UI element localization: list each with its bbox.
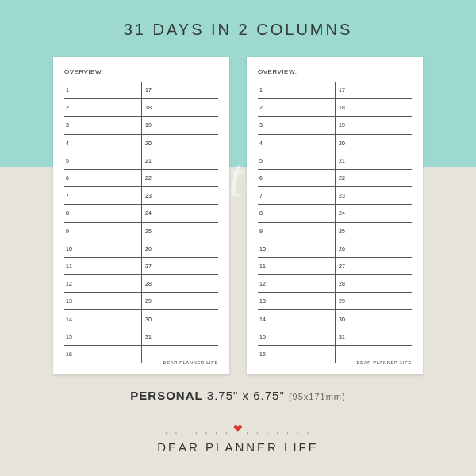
day-cell: 8	[258, 205, 335, 222]
day-cell: 18	[141, 99, 218, 117]
brand-name: DEAR PLANNER LIFE	[0, 440, 476, 454]
day-grid: 12345678910111213141516 1718192021222324…	[64, 82, 218, 363]
day-cell: 9	[258, 223, 335, 240]
day-cell: 14	[64, 310, 141, 328]
day-cell: 6	[258, 170, 335, 187]
overview-label: OVERVIEW:	[258, 68, 412, 79]
day-cell: 11	[64, 258, 141, 275]
day-cell: 18	[335, 99, 412, 117]
day-cell: 3	[64, 117, 141, 134]
page-preview-container: OVERVIEW: 12345678910111213141516 171819…	[0, 57, 476, 374]
overview-label: OVERVIEW:	[64, 68, 218, 79]
day-cell: 25	[335, 223, 412, 240]
day-cell: 5	[258, 152, 335, 170]
day-cell: 19	[141, 117, 218, 134]
day-cell: 21	[141, 152, 218, 170]
day-cell: 21	[335, 152, 412, 170]
day-cell: 28	[141, 275, 218, 293]
size-dimensions: 3.75" x 6.75"	[207, 389, 285, 402]
day-cell: 29	[141, 293, 218, 310]
day-cell: 15	[64, 328, 141, 346]
day-cell: 20	[335, 135, 412, 152]
day-cell: 26	[141, 240, 218, 258]
decorative-divider: . . . . . . . ❤ . . . . . . .	[0, 424, 476, 437]
day-cell: 13	[64, 293, 141, 310]
day-cell: 31	[141, 328, 218, 346]
day-cell: 20	[141, 135, 218, 152]
planner-page-right: OVERVIEW: 12345678910111213141516 171819…	[247, 57, 423, 374]
day-cell: 11	[258, 258, 335, 275]
day-cell: 4	[64, 135, 141, 152]
column-1: 12345678910111213141516	[64, 82, 141, 363]
day-cell: 19	[335, 117, 412, 134]
day-cell: 2	[258, 99, 335, 117]
day-cell: 15	[258, 328, 335, 346]
column-2: 171819202122232425262728293031	[335, 82, 412, 363]
day-cell: 27	[141, 258, 218, 275]
planner-page-left: OVERVIEW: 12345678910111213141516 171819…	[53, 57, 229, 374]
day-cell: 30	[335, 310, 412, 328]
day-cell: 1	[258, 82, 335, 99]
day-cell: 17	[335, 82, 412, 99]
day-cell: 23	[141, 187, 218, 205]
product-title: 31 DAYS IN 2 COLUMNS	[0, 21, 476, 39]
day-cell: 23	[335, 187, 412, 205]
day-cell: 22	[335, 170, 412, 187]
day-cell: 7	[258, 187, 335, 205]
day-cell: 24	[335, 205, 412, 222]
size-label: PERSONAL	[130, 389, 202, 402]
size-description: PERSONAL 3.75" x 6.75" (95x171mm)	[0, 389, 476, 402]
size-mm: (95x171mm)	[289, 392, 346, 401]
day-cell: 1	[64, 82, 141, 99]
day-cell: 4	[258, 135, 335, 152]
page-footer-brand: DEAR PLANNER LIFE	[356, 360, 412, 365]
heart-icon: ❤	[233, 422, 243, 435]
dots-left: . . . . . . .	[165, 425, 230, 436]
day-cell: 16	[258, 346, 335, 363]
day-cell: 14	[258, 310, 335, 328]
day-cell: 2	[64, 99, 141, 117]
day-cell: 5	[64, 152, 141, 170]
day-cell: 12	[64, 275, 141, 293]
dots-right: . . . . . . .	[246, 425, 311, 436]
day-cell: 9	[64, 223, 141, 240]
day-cell: 10	[258, 240, 335, 258]
day-cell: 25	[141, 223, 218, 240]
day-cell: 22	[141, 170, 218, 187]
day-cell: 26	[335, 240, 412, 258]
day-cell: 7	[64, 187, 141, 205]
day-cell: 13	[258, 293, 335, 310]
day-cell: 8	[64, 205, 141, 222]
day-cell: 3	[258, 117, 335, 134]
day-cell: 12	[258, 275, 335, 293]
column-2: 171819202122232425262728293031	[141, 82, 218, 363]
column-1: 12345678910111213141516	[258, 82, 335, 363]
day-grid: 12345678910111213141516 1718192021222324…	[258, 82, 412, 363]
day-cell: 16	[64, 346, 141, 363]
day-cell: 10	[64, 240, 141, 258]
day-cell: 24	[141, 205, 218, 222]
day-cell: 31	[335, 328, 412, 346]
page-footer-brand: DEAR PLANNER LIFE	[163, 360, 218, 365]
day-cell: 30	[141, 310, 218, 328]
day-cell: 27	[335, 258, 412, 275]
day-cell: 6	[64, 170, 141, 187]
day-cell: 29	[335, 293, 412, 310]
day-cell: 28	[335, 275, 412, 293]
day-cell: 17	[141, 82, 218, 99]
